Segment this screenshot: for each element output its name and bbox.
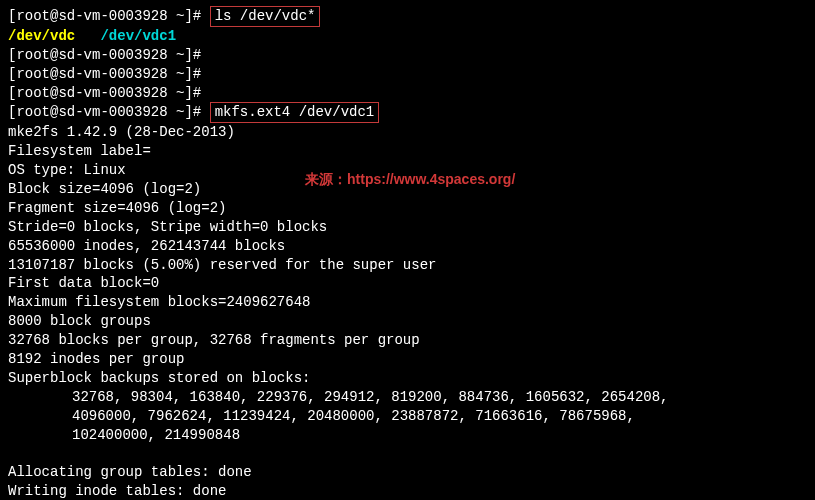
prompt: [root@sd-vm-0003928 ~]# <box>8 104 210 120</box>
terminal-output: 13107187 blocks (5.00%) reserved for the… <box>8 256 807 275</box>
prompt: [root@sd-vm-0003928 ~]# <box>8 8 210 24</box>
terminal-output: mke2fs 1.42.9 (28-Dec-2013) <box>8 123 807 142</box>
terminal-line: [root@sd-vm-0003928 ~]# <box>8 46 807 65</box>
terminal-line: /dev/vdc /dev/vdc1 <box>8 27 807 46</box>
terminal-output: 8192 inodes per group <box>8 350 807 369</box>
terminal-output: 4096000, 7962624, 11239424, 20480000, 23… <box>8 407 807 426</box>
terminal-output: Allocating group tables: done <box>8 463 807 482</box>
ls-output-partition: /dev/vdc1 <box>100 28 176 44</box>
command-highlight: ls /dev/vdc* <box>210 6 321 27</box>
terminal-line: [root@sd-vm-0003928 ~]# <box>8 65 807 84</box>
terminal-output: 102400000, 214990848 <box>8 426 807 445</box>
terminal-output: Block size=4096 (log=2) <box>8 180 807 199</box>
terminal-output: Stride=0 blocks, Stripe width=0 blocks <box>8 218 807 237</box>
terminal-output: First data block=0 <box>8 274 807 293</box>
prompt: [root@sd-vm-0003928 ~]# <box>8 66 210 82</box>
blank-line <box>8 444 807 463</box>
terminal-output: Superblock backups stored on blocks: <box>8 369 807 388</box>
command-highlight: mkfs.ext4 /dev/vdc1 <box>210 102 380 123</box>
terminal-output: Maximum filesystem blocks=2409627648 <box>8 293 807 312</box>
terminal-output: OS type: Linux <box>8 161 807 180</box>
terminal-output: 32768, 98304, 163840, 229376, 294912, 81… <box>8 388 807 407</box>
terminal-output: 32768 blocks per group, 32768 fragments … <box>8 331 807 350</box>
terminal-output: 65536000 inodes, 262143744 blocks <box>8 237 807 256</box>
prompt: [root@sd-vm-0003928 ~]# <box>8 47 210 63</box>
ls-output-dev: /dev/vdc <box>8 28 75 44</box>
terminal-output: Writing inode tables: done <box>8 482 807 500</box>
terminal-output: 8000 block groups <box>8 312 807 331</box>
terminal-line: [root@sd-vm-0003928 ~]# mkfs.ext4 /dev/v… <box>8 102 807 123</box>
terminal-output: Filesystem label= <box>8 142 807 161</box>
terminal-line: [root@sd-vm-0003928 ~]# ls /dev/vdc* <box>8 6 807 27</box>
terminal-line: [root@sd-vm-0003928 ~]# <box>8 84 807 103</box>
prompt: [root@sd-vm-0003928 ~]# <box>8 85 210 101</box>
terminal-output: Fragment size=4096 (log=2) <box>8 199 807 218</box>
